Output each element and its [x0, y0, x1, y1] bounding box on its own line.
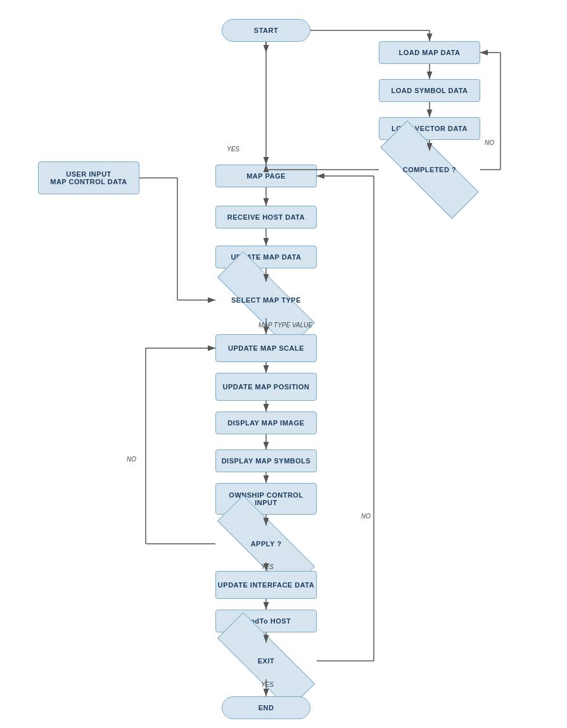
receive-host-data-node: RECEIVE HOST DATA: [215, 206, 317, 229]
load-symbol-data-node: LOAD SYMBOL DATA: [379, 79, 480, 102]
apply-diamond: APPLY ?: [215, 525, 317, 562]
update-map-scale-node: UPDATE MAP SCALE: [215, 334, 317, 362]
no-label-apply: NO: [127, 456, 136, 463]
completed-diamond: COMPLETED ?: [379, 151, 480, 189]
load-map-data-node: LOAD MAP DATA: [379, 41, 480, 64]
update-interface-data-node: UPDATE INTERFACE DATA: [215, 571, 317, 599]
flowchart: START LOAD MAP DATA LOAD SYMBOL DATA LOA…: [0, 0, 567, 728]
exit-diamond: EXIT: [215, 643, 317, 679]
yes-label-completed: YES: [227, 146, 239, 153]
display-map-image-node: DISPLAY MAP IMAGE: [215, 411, 317, 434]
user-input-node: USER INPUT MAP CONTROL DATA: [38, 161, 139, 194]
start-node: START: [222, 19, 310, 42]
map-page-node: MAP PAGE: [215, 165, 317, 187]
select-map-type-diamond: SELECT MAP TYPE: [215, 282, 317, 318]
no-label-exit: NO: [361, 513, 371, 520]
display-map-symbols-node: DISPLAY MAP SYMBOLS: [215, 449, 317, 472]
map-type-value-label: MAP TYPE VALUE: [258, 322, 312, 329]
update-map-position-node: UPDATE MAP POSITION: [215, 373, 317, 401]
end-node: END: [222, 696, 310, 719]
yes-label-exit: YES: [261, 681, 274, 688]
yes-label-apply: YES: [261, 563, 274, 570]
no-label-completed: NO: [485, 139, 494, 146]
